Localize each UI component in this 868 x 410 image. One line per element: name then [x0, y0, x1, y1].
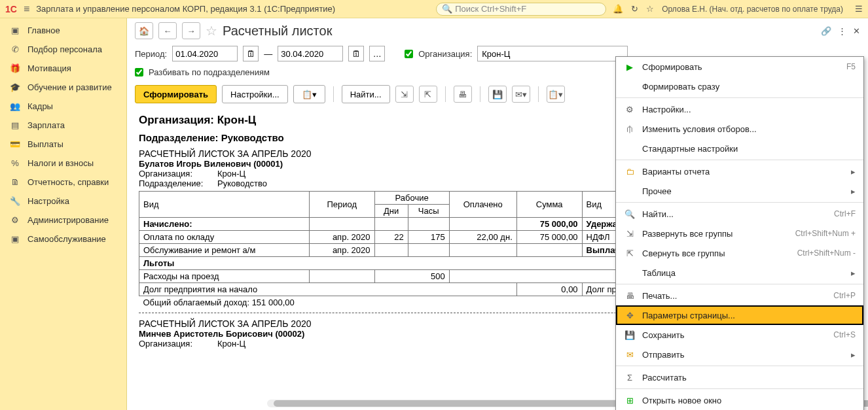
- date-from[interactable]: [172, 46, 238, 61]
- user-label[interactable]: Орлова Е.Н. (Нач. отд. расчетов по оплат…: [662, 5, 847, 14]
- separator: [445, 86, 446, 102]
- menu-page-params[interactable]: ✥Параметры страницы...: [616, 305, 863, 325]
- window-icon: ⊞: [624, 396, 636, 405]
- print-icon: 🖶: [624, 291, 636, 301]
- nav-taxes[interactable]: %Налоги и взносы: [0, 154, 126, 173]
- logo-1c: 1C: [5, 4, 17, 14]
- menu-table[interactable]: Таблица▸: [616, 263, 863, 282]
- grad-icon: 🎓: [9, 82, 21, 92]
- nav-payments[interactable]: 💳Выплаты: [0, 135, 126, 154]
- bell-icon[interactable]: 🔔: [613, 4, 623, 14]
- split-checkbox[interactable]: [135, 68, 143, 77]
- period-picker[interactable]: …: [369, 46, 385, 61]
- gear-icon: ⚙: [624, 105, 636, 114]
- mail-icon: ✉: [624, 350, 636, 360]
- collapse-icon: ⇱: [624, 248, 636, 258]
- wrench-icon: 🔧: [9, 196, 21, 206]
- percent-icon: %: [9, 158, 21, 168]
- menu-std[interactable]: Стандартные настройки: [616, 139, 863, 158]
- settings-dropdown[interactable]: 📋▾: [293, 85, 325, 103]
- separator: [333, 86, 334, 102]
- menu-collapse[interactable]: ⇱Свернуть все группыCtrl+Shift+Num -: [616, 243, 863, 263]
- menu-variants[interactable]: 🗀Варианты отчета▸: [616, 162, 863, 181]
- nav-salary[interactable]: ▤Зарплата: [0, 116, 126, 135]
- history-icon[interactable]: ↻: [631, 4, 638, 14]
- home-icon: ▣: [9, 26, 21, 35]
- nav-main[interactable]: ▣Главное: [0, 21, 126, 40]
- save-button[interactable]: 💾: [488, 86, 507, 103]
- menu-expand[interactable]: ⇲Развернуть все группыCtrl+Shift+Num +: [616, 224, 863, 243]
- settings-button[interactable]: Настройки...: [222, 85, 288, 103]
- favorite-icon[interactable]: ☆: [206, 23, 217, 39]
- menu-calc[interactable]: ΣРассчитать: [616, 367, 863, 387]
- date-from-cal[interactable]: 🗓: [243, 46, 259, 61]
- print-button[interactable]: 🖶: [454, 86, 472, 103]
- org-checkbox[interactable]: [405, 50, 413, 58]
- forward-button[interactable]: →: [182, 22, 200, 39]
- page-title: Расчетный листок: [223, 24, 332, 39]
- menu-form[interactable]: ▶СформироватьF5: [616, 57, 863, 77]
- separator: [538, 86, 539, 102]
- app-title: Зарплата и управление персоналом КОРП, р…: [36, 4, 335, 14]
- funnel-icon: ⫛: [624, 124, 636, 134]
- people-icon: 👥: [9, 101, 21, 111]
- menu-send[interactable]: ✉Отправить▸: [616, 345, 863, 364]
- search-input[interactable]: 🔍 Поиск Ctrl+Shift+F: [436, 3, 606, 16]
- home-button[interactable]: 🏠: [135, 22, 153, 39]
- period-label: Период:: [135, 49, 167, 59]
- menu-print[interactable]: 🖶Печать...Ctrl+P: [616, 286, 863, 305]
- date-to[interactable]: [278, 46, 343, 61]
- search-icon: 🔍: [442, 4, 452, 14]
- nav-motivation[interactable]: 🎁Мотивация: [0, 59, 126, 78]
- menu-filters[interactable]: ⫛Изменить условия отборов...: [616, 119, 863, 139]
- close-icon[interactable]: ✕: [853, 26, 860, 36]
- nav-learning[interactable]: 🎓Обучение и развитие: [0, 78, 126, 97]
- gear-icon: ⚙: [9, 215, 21, 225]
- save-icon: 💾: [624, 330, 636, 340]
- bars-icon[interactable]: ☰: [855, 4, 863, 14]
- menu-new-window[interactable]: ⊞Открыть новое окно: [616, 390, 863, 410]
- search-icon: 🔍: [624, 209, 636, 219]
- list-icon: ▤: [9, 120, 21, 130]
- nav-reports[interactable]: 🗎Отчетность, справки: [0, 173, 126, 192]
- page-header: 🏠 ← → ☆ Расчетный листок 🔗 ⋮ ✕: [127, 18, 868, 43]
- date-to-cal[interactable]: 🗓: [348, 46, 364, 61]
- menu-form-now[interactable]: Формировать сразу: [616, 77, 863, 96]
- find-button[interactable]: Найти...: [342, 85, 390, 103]
- nav-settings[interactable]: 🔧Настройка: [0, 192, 126, 211]
- link-icon[interactable]: 🔗: [821, 26, 831, 36]
- self-icon: ▣: [9, 234, 21, 244]
- send-button[interactable]: ✉▾: [512, 86, 530, 103]
- menu-save[interactable]: 💾СохранитьCtrl+S: [616, 325, 863, 345]
- menu-icon[interactable]: ≡: [24, 3, 29, 15]
- separator: [480, 86, 480, 102]
- page-icon: ✥: [624, 311, 636, 320]
- play-icon: ▶: [624, 62, 636, 72]
- gift-icon: 🎁: [9, 63, 21, 73]
- split-label: Разбивать по подразделениям: [149, 67, 270, 77]
- wallet-icon: 💳: [9, 139, 21, 149]
- nav-admin[interactable]: ⚙Администрирование: [0, 211, 126, 230]
- more-icon[interactable]: ⋮: [838, 26, 846, 36]
- nav-recruit[interactable]: ✆Подбор персонала: [0, 40, 126, 59]
- org-label: Организация:: [418, 49, 472, 59]
- star-icon[interactable]: ☆: [646, 4, 654, 14]
- folder-icon: 🗀: [624, 167, 636, 177]
- doc-icon: 🗎: [9, 177, 21, 187]
- menu-other[interactable]: Прочее▸: [616, 181, 863, 201]
- sigma-icon: Σ: [624, 373, 636, 383]
- expand-icon: ⇲: [624, 229, 636, 239]
- collapse-button[interactable]: ⇱: [419, 86, 437, 103]
- phone-icon: ✆: [9, 44, 21, 54]
- form-button[interactable]: Сформировать: [135, 85, 217, 103]
- expand-button[interactable]: ⇲: [395, 86, 414, 103]
- nav-selfservice[interactable]: ▣Самообслуживание: [0, 230, 126, 248]
- clipboard-button[interactable]: 📋▾: [547, 86, 565, 103]
- menu-find[interactable]: 🔍Найти...Ctrl+F: [616, 204, 863, 224]
- topbar: 1C ≡ Зарплата и управление персоналом КО…: [0, 0, 868, 18]
- back-button[interactable]: ←: [158, 22, 177, 39]
- nav-hr[interactable]: 👥Кадры: [0, 97, 126, 116]
- context-menu: ▶СформироватьF5 Формировать сразу ⚙Настр…: [615, 56, 864, 410]
- org-field[interactable]: [477, 46, 628, 61]
- menu-settings[interactable]: ⚙Настройки...: [616, 99, 863, 119]
